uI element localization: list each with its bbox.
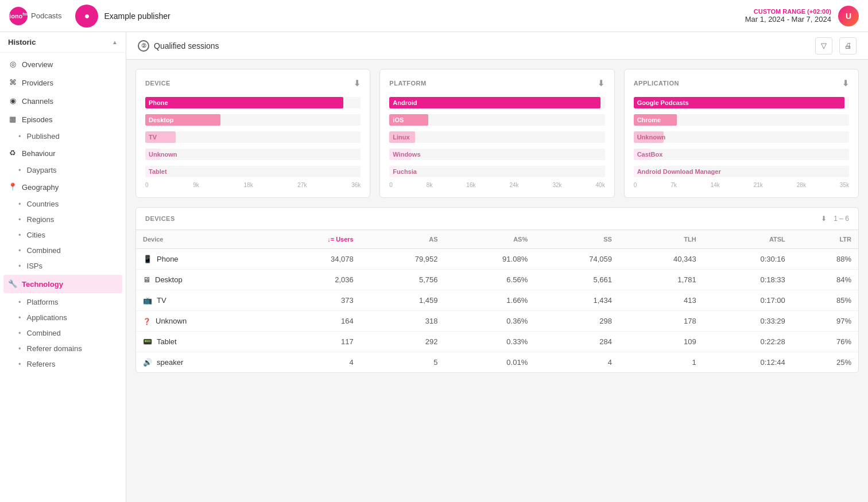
header-right: CUSTOM RANGE (+02:00) Mar 1, 2024 - Mar … bbox=[745, 6, 859, 26]
bar-row-tv: TV bbox=[145, 131, 361, 143]
layout: Historic ▲ ◎ Overview ⌘ Providers ◉ Chan… bbox=[0, 32, 868, 502]
bar-row-ios: iOS bbox=[389, 114, 604, 126]
bar-fill-castbox: CastBox bbox=[634, 149, 651, 160]
user-avatar[interactable]: U bbox=[838, 6, 859, 26]
sidebar-item-cities[interactable]: Cities bbox=[18, 227, 126, 243]
behaviour-icon: ♻ bbox=[8, 149, 17, 158]
publisher-avatar: ● bbox=[75, 5, 98, 28]
application-bar-chart: Google Podcasts Chrome bbox=[634, 97, 849, 177]
bar-fill-android-dl: Android Download Manager bbox=[634, 166, 640, 177]
sidebar-item-applications[interactable]: Applications bbox=[18, 310, 126, 325]
bar-row-fuchsia: Fuchsia bbox=[389, 166, 604, 177]
sidebar-section-historic-header[interactable]: Historic ▲ bbox=[0, 32, 126, 52]
platform-chart-card: PLATFORM ⬇ Android bbox=[379, 69, 614, 198]
platform-bar-chart: Android iOS bbox=[389, 97, 604, 177]
table-head: Device ↓= Users AS AS% SS TLH ATSL LTR bbox=[136, 230, 858, 249]
print-button[interactable]: 🖨 bbox=[839, 37, 857, 55]
desktop-icon bbox=[143, 275, 150, 284]
iono-logo: ionofm bbox=[9, 7, 28, 25]
sidebar-item-referers[interactable]: Referers bbox=[18, 356, 126, 372]
table-pagination: 1 – 6 bbox=[834, 215, 849, 223]
sidebar-item-behaviour[interactable]: ♻ Behaviour bbox=[0, 144, 126, 162]
sidebar-section-historic: Historic ▲ bbox=[0, 32, 126, 53]
print-icon: 🖨 bbox=[844, 41, 852, 50]
technology-icon: 🔧 bbox=[8, 279, 17, 289]
device-chart-axis: 0 9k 18k 27k 36k bbox=[145, 182, 361, 188]
filter-button[interactable]: ▽ bbox=[815, 37, 832, 55]
col-as-pct[interactable]: AS% bbox=[444, 230, 534, 249]
cell-as: 79,952 bbox=[361, 249, 445, 270]
header: ionofm Podcasts ● Example publisher CUST… bbox=[0, 0, 868, 32]
devices-table: Device ↓= Users AS AS% SS TLH ATSL LTR bbox=[136, 230, 858, 372]
chevron-up-icon: ▲ bbox=[112, 39, 118, 45]
main-header: ② Qualified sessions ▽ 🖨 bbox=[126, 32, 868, 60]
bar-row-chrome: Chrome bbox=[634, 114, 849, 126]
overview-icon: ◎ bbox=[8, 60, 17, 69]
charts-row: DEVICE ⬇ Phone bbox=[135, 69, 859, 198]
channels-icon: ◉ bbox=[8, 96, 17, 106]
bar-fill-unknown-app: Unknown bbox=[634, 131, 664, 143]
bar-fill-unknown: Unknown bbox=[145, 149, 160, 160]
sidebar-item-platforms[interactable]: Platforms bbox=[18, 294, 126, 310]
sidebar-item-geography[interactable]: 📍 Geography bbox=[0, 178, 126, 196]
device-download-button[interactable]: ⬇ bbox=[354, 79, 361, 88]
bar-row-google-podcasts: Google Podcasts bbox=[634, 97, 849, 108]
sidebar-item-episodes[interactable]: ▦ Episodes bbox=[0, 110, 126, 129]
bar-fill-windows: Windows bbox=[389, 149, 411, 160]
sidebar-item-providers[interactable]: ⌘ Providers bbox=[0, 73, 126, 92]
sidebar: Historic ▲ ◎ Overview ⌘ Providers ◉ Chan… bbox=[0, 32, 126, 502]
sidebar-item-published[interactable]: Published bbox=[18, 129, 126, 144]
bar-fill-ios: iOS bbox=[389, 114, 428, 126]
col-as[interactable]: AS bbox=[361, 230, 445, 249]
sidebar-item-channels[interactable]: ◉ Channels bbox=[0, 92, 126, 110]
sidebar-item-referer-domains[interactable]: Referer domains bbox=[18, 341, 126, 356]
main-title-section: ② Qualified sessions bbox=[138, 40, 219, 52]
bar-row-tablet: Tablet bbox=[145, 166, 361, 177]
sidebar-item-technology[interactable]: 🔧 Technology bbox=[3, 275, 122, 293]
bar-row-unknown: Unknown bbox=[145, 149, 361, 160]
col-ss[interactable]: SS bbox=[534, 230, 619, 249]
bar-fill-desktop: Desktop bbox=[145, 114, 220, 126]
filter-icon: ▽ bbox=[821, 41, 827, 50]
bar-fill-chrome: Chrome bbox=[634, 114, 677, 126]
device-chart-title: DEVICE ⬇ bbox=[145, 79, 361, 88]
publisher-section: ● Example publisher bbox=[75, 5, 170, 28]
col-device[interactable]: Device bbox=[136, 230, 269, 249]
platform-chart-axis: 0 8k 16k 24k 32k 40k bbox=[389, 182, 604, 188]
col-users[interactable]: ↓= Users bbox=[269, 230, 361, 249]
bar-row-desktop: Desktop bbox=[145, 114, 361, 126]
table-body: Phone 34,078 79,952 91.08% 74,059 40,343… bbox=[136, 249, 858, 373]
col-atsl[interactable]: ATSL bbox=[703, 230, 792, 249]
table-row: Tablet 117 292 0.33% 284 109 0:22:28 76% bbox=[136, 332, 858, 352]
bar-fill-tablet: Tablet bbox=[145, 166, 156, 177]
sidebar-item-regions[interactable]: Regions bbox=[18, 212, 126, 227]
sidebar-item-combined-tech[interactable]: Combined bbox=[18, 325, 126, 341]
platform-chart-title: PLATFORM ⬇ bbox=[389, 79, 604, 88]
sidebar-sub-geography: Countries Regions Cities Combined ISPs bbox=[0, 196, 126, 274]
sidebar-item-countries[interactable]: Countries bbox=[18, 196, 126, 212]
date-range-label: CUSTOM RANGE (+02:00) bbox=[745, 8, 831, 15]
cell-device: speaker bbox=[136, 352, 269, 373]
table-header-cols: Device ↓= Users AS AS% SS TLH ATSL LTR bbox=[136, 230, 858, 249]
col-tlh[interactable]: TLH bbox=[619, 230, 703, 249]
application-chart-card: APPLICATION ⬇ Google Podcasts bbox=[624, 69, 859, 198]
sidebar-sub-episodes: Published bbox=[0, 129, 126, 144]
bar-row-android: Android bbox=[389, 97, 604, 108]
bar-row-unknown-app: Unknown bbox=[634, 131, 849, 143]
date-range[interactable]: CUSTOM RANGE (+02:00) Mar 1, 2024 - Mar … bbox=[745, 8, 831, 24]
sidebar-item-combined-geo[interactable]: Combined bbox=[18, 243, 126, 258]
bar-row-castbox: CastBox bbox=[634, 149, 849, 160]
bar-fill-fuchsia: Fuchsia bbox=[389, 166, 398, 177]
sidebar-item-dayparts[interactable]: Dayparts bbox=[18, 162, 126, 178]
sidebar-item-isps[interactable]: ISPs bbox=[18, 258, 126, 274]
main-actions: ▽ 🖨 bbox=[815, 37, 857, 55]
platform-download-button[interactable]: ⬇ bbox=[598, 79, 605, 88]
sidebar-item-overview[interactable]: ◎ Overview bbox=[0, 55, 126, 73]
bar-fill-phone: Phone bbox=[145, 97, 343, 108]
col-ltr[interactable]: LTR bbox=[792, 230, 858, 249]
logo: ionofm Podcasts bbox=[9, 7, 61, 25]
table-row: TV 373 1,459 1.66% 1,434 413 0:17:00 85% bbox=[136, 290, 858, 311]
download-table-button[interactable]: ⬇ bbox=[821, 215, 827, 223]
bar-fill-tv: TV bbox=[145, 131, 176, 143]
application-download-button[interactable]: ⬇ bbox=[842, 79, 850, 88]
